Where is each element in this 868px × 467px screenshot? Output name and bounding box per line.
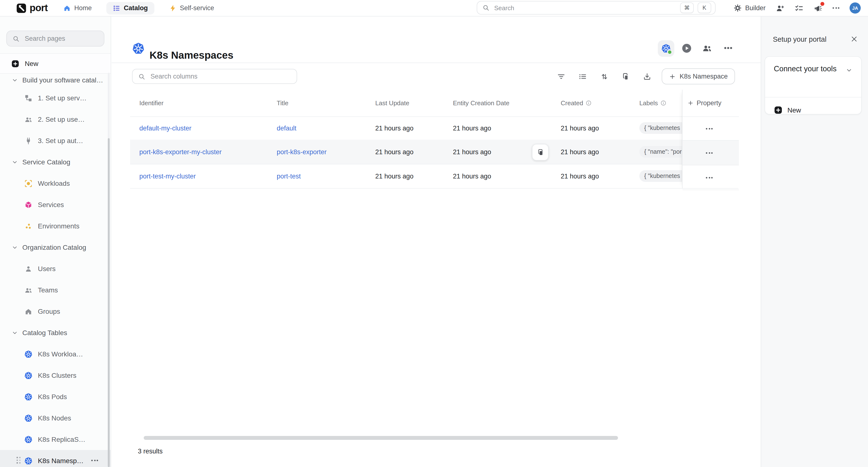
page-menu-button[interactable] bbox=[724, 47, 732, 49]
environments-icon bbox=[24, 222, 33, 230]
announcements-button[interactable] bbox=[814, 4, 823, 12]
download-button[interactable] bbox=[643, 72, 651, 81]
labels-chip[interactable]: { "name": "por bbox=[639, 146, 682, 158]
gear-icon bbox=[734, 4, 742, 12]
table-row[interactable]: default-my-cluster default 21 hours ago … bbox=[130, 116, 738, 140]
filter-button[interactable] bbox=[557, 72, 565, 81]
row-menu-button[interactable] bbox=[706, 152, 713, 154]
lightning-icon bbox=[169, 4, 177, 12]
column-header-created[interactable]: Created bbox=[561, 90, 592, 116]
sidebar-new-button[interactable]: New bbox=[0, 53, 111, 74]
nav-tab-home[interactable]: Home bbox=[63, 2, 92, 14]
org-chart-icon bbox=[24, 94, 33, 102]
sidebar-section-catalog-tables[interactable]: Catalog Tables bbox=[0, 322, 111, 343]
sidebar-item-groups[interactable]: Groups bbox=[0, 301, 111, 322]
column-header-title[interactable]: Title bbox=[277, 90, 288, 116]
plus-icon bbox=[669, 73, 676, 80]
identifier-link[interactable]: port-test-my-cluster bbox=[139, 172, 196, 180]
item-label: K8s ReplicaS… bbox=[38, 435, 86, 443]
item-label: 2. Set up use… bbox=[38, 115, 85, 123]
entity-creation-date-cell: 21 hours ago bbox=[453, 116, 491, 140]
labels-chip[interactable]: { "kubernetes bbox=[639, 170, 682, 182]
sidebar-item-k8s-replicasets[interactable]: K8s ReplicaS… bbox=[0, 429, 111, 450]
item-menu-button[interactable] bbox=[91, 460, 98, 461]
port-logo[interactable]: port bbox=[16, 2, 48, 13]
nav-tab-catalog[interactable]: Catalog bbox=[106, 2, 154, 14]
sidebar-scrollbar-thumb[interactable] bbox=[108, 138, 110, 467]
builder-button[interactable]: Builder bbox=[734, 4, 766, 12]
play-button[interactable] bbox=[682, 43, 692, 53]
horizontal-scrollbar[interactable] bbox=[144, 436, 618, 440]
drag-handle-icon[interactable] bbox=[17, 457, 21, 464]
row-menu-button[interactable] bbox=[706, 128, 713, 129]
table-row[interactable]: port-k8s-exporter-my-cluster port-k8s-ex… bbox=[130, 140, 738, 164]
copy-view-button[interactable] bbox=[621, 72, 630, 81]
item-label: K8s Pods bbox=[38, 393, 67, 401]
sidebar-search[interactable] bbox=[6, 31, 104, 46]
search-columns[interactable] bbox=[132, 69, 297, 84]
chevron-down-icon bbox=[846, 67, 852, 74]
page-kubernetes-icon bbox=[132, 42, 145, 55]
list-icon bbox=[578, 72, 587, 81]
sidebar-item-k8s-workloads[interactable]: K8s Workloa… bbox=[0, 343, 111, 365]
nav-tab-self-service[interactable]: Self-service bbox=[169, 2, 214, 14]
close-icon bbox=[850, 35, 858, 43]
sidebar-item-k8s-pods[interactable]: K8s Pods bbox=[0, 386, 111, 407]
sidebar-item-setup-service[interactable]: 1. Set up serv… bbox=[0, 87, 111, 109]
main-nav: Home Catalog Self-service bbox=[63, 0, 214, 16]
column-header-last-update[interactable]: Last Update bbox=[375, 90, 409, 116]
create-k8s-namespace-button[interactable]: K8s Namespace bbox=[662, 68, 735, 85]
search-icon bbox=[12, 35, 20, 42]
logo-text: port bbox=[30, 2, 48, 13]
table-row[interactable]: port-test-my-cluster port-test 21 hours … bbox=[130, 164, 738, 189]
sidebar-section-build-catalog[interactable]: Build your software catal… bbox=[0, 73, 111, 87]
sidebar-search-input[interactable] bbox=[24, 34, 98, 43]
add-property-button[interactable]: Property bbox=[683, 90, 739, 117]
search-columns-input[interactable] bbox=[150, 72, 291, 80]
labels-chip[interactable]: { "kubernetes bbox=[639, 122, 682, 134]
tasks-button[interactable] bbox=[795, 4, 803, 12]
item-label: Environments bbox=[38, 222, 80, 230]
column-header-identifier[interactable]: Identifier bbox=[139, 90, 164, 116]
sidebar-section-service-catalog[interactable]: Service Catalog bbox=[0, 151, 111, 173]
sidebar-item-workloads[interactable]: Workloads bbox=[0, 173, 111, 194]
sidebar-item-services[interactable]: Services bbox=[0, 194, 111, 215]
data-source-button[interactable] bbox=[658, 40, 674, 57]
avatar[interactable]: JA bbox=[849, 2, 861, 13]
sidebar-item-setup-users[interactable]: 2. Set up use… bbox=[0, 109, 111, 130]
title-link[interactable]: port-test bbox=[277, 172, 301, 180]
title-link[interactable]: default bbox=[277, 124, 297, 132]
identifier-link[interactable]: default-my-cluster bbox=[139, 124, 191, 132]
person-icon bbox=[24, 265, 33, 273]
sidebar-section-organization-catalog[interactable]: Organization Catalog bbox=[0, 237, 111, 258]
sidebar-item-users[interactable]: Users bbox=[0, 258, 111, 279]
audience-button[interactable] bbox=[702, 43, 712, 53]
identifier-link[interactable]: port-k8s-exporter-my-cluster bbox=[139, 148, 222, 156]
sidebar-item-k8s-nodes[interactable]: K8s Nodes bbox=[0, 407, 111, 429]
search-icon bbox=[138, 73, 145, 80]
sidebar-item-environments[interactable]: Environments bbox=[0, 215, 111, 237]
copy-cell-button[interactable] bbox=[532, 144, 549, 161]
status-dot bbox=[667, 49, 672, 55]
column-header-labels[interactable]: Labels bbox=[639, 90, 667, 116]
panel-new-button[interactable]: New bbox=[765, 97, 861, 122]
title-link[interactable]: port-k8s-exporter bbox=[277, 148, 327, 156]
sidebar-item-k8s-clusters[interactable]: K8s Clusters bbox=[0, 365, 111, 386]
top-navigation-bar: port Home Catalog Self-service ⌘ bbox=[0, 0, 868, 16]
sidebar-item-setup-automations[interactable]: 3. Set up aut… bbox=[0, 130, 111, 151]
column-header-entity-creation-date[interactable]: Entity Creation Date bbox=[453, 90, 509, 116]
sidebar-item-k8s-namespaces[interactable]: K8s Namesp… bbox=[0, 450, 111, 467]
global-search-input[interactable] bbox=[493, 4, 676, 12]
connect-tools-accordion[interactable]: Connect your tools bbox=[765, 57, 861, 97]
sidebar-item-teams[interactable]: Teams bbox=[0, 279, 111, 301]
group-by-button[interactable] bbox=[578, 72, 587, 81]
close-panel-button[interactable] bbox=[850, 35, 858, 43]
more-options-button[interactable] bbox=[833, 7, 839, 9]
section-label: Catalog Tables bbox=[22, 329, 67, 337]
people-icon bbox=[24, 115, 33, 124]
row-menu-button[interactable] bbox=[706, 177, 713, 178]
sort-button[interactable] bbox=[600, 72, 609, 81]
invite-user-button[interactable] bbox=[776, 4, 784, 12]
global-search[interactable]: ⌘ K bbox=[477, 1, 716, 14]
item-label: 1. Set up serv… bbox=[38, 94, 87, 102]
